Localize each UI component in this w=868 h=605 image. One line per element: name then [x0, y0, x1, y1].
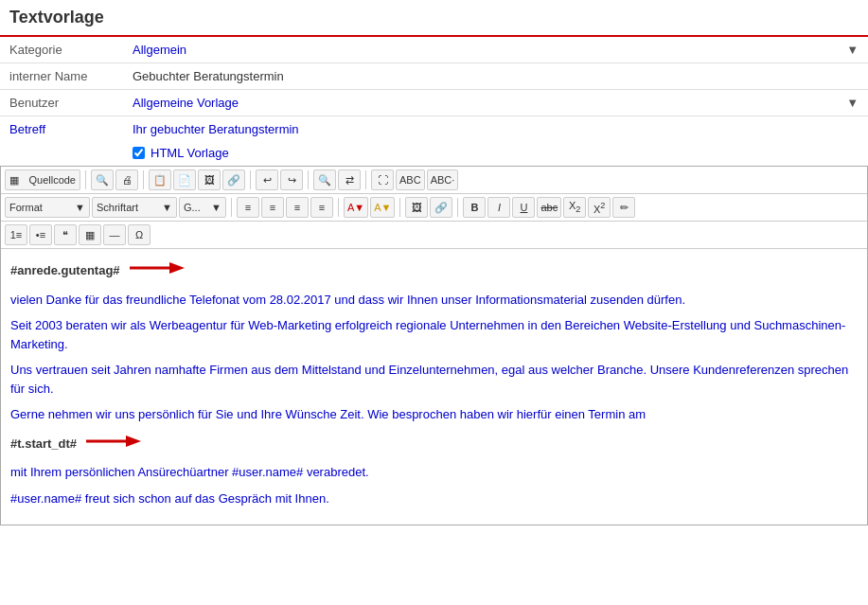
kategorie-value[interactable]: Allgemein ▼ — [123, 37, 868, 63]
html-vorlage-label: HTML Vorlage — [151, 146, 229, 160]
editor-wrapper: #anrede.gutentag# vielen Danke für das f… — [1, 249, 867, 525]
underline-label: U — [520, 202, 527, 213]
svg-marker-1 — [169, 262, 185, 274]
sep9 — [457, 198, 458, 217]
align-left-button[interactable]: ≡ — [237, 197, 259, 218]
replace-button[interactable]: ⇄ — [338, 169, 361, 190]
find-icon: 🔍 — [318, 174, 331, 187]
format-dropdown[interactable]: Format ▼ — [5, 197, 90, 218]
align-center-button[interactable]: ≡ — [261, 197, 284, 218]
table-button[interactable]: ▦ — [79, 224, 101, 245]
start-dt-tag: #t.start_dt# — [10, 435, 77, 454]
insert-link-icon: 🔗 — [434, 202, 448, 214]
paragraph-1: vielen Danke für das freundliche Telefon… — [10, 291, 858, 310]
find-button[interactable]: 🔍 — [313, 169, 336, 190]
hr-button[interactable]: — — [103, 224, 126, 245]
ol-button[interactable]: 1≡ — [5, 224, 27, 245]
copy-button[interactable]: 📋 — [149, 169, 171, 190]
size-dropdown[interactable]: G... ▼ — [179, 197, 226, 218]
size-arrow-icon: ▼ — [211, 202, 221, 213]
align-center-icon: ≡ — [270, 202, 275, 213]
bold-label: B — [470, 202, 478, 213]
align-justify-icon: ≡ — [319, 202, 325, 213]
align-right-button[interactable]: ≡ — [286, 197, 309, 218]
html-vorlage-row: HTML Vorlage — [0, 142, 868, 166]
copy-icon: 📋 — [153, 174, 167, 187]
svg-marker-3 — [126, 436, 141, 447]
align-left-icon: ≡ — [245, 202, 251, 213]
anrede-tag: #anrede.gutentag# — [10, 261, 120, 280]
fullscreen-button[interactable]: ⛶ — [371, 169, 394, 190]
betreff-value: Ihr gebuchter Beratungstermin — [123, 116, 868, 143]
italic-label: I — [498, 202, 501, 213]
editor-container: ▦ Quellcode 🔍 🖨 📋 📄 🖼 🔗 ↩ ↪ 🔍 ⇄ ⛶ ABC AB… — [0, 166, 868, 525]
subscript-button[interactable]: X2 — [563, 197, 586, 218]
sep4 — [308, 170, 309, 189]
interner-name-label: interner Name — [0, 63, 123, 90]
print-button[interactable]: 🖨 — [115, 169, 138, 190]
undo-button[interactable]: ↩ — [256, 169, 278, 190]
strikethrough-button[interactable]: abc — [537, 197, 561, 218]
paste-button[interactable]: 📄 — [173, 169, 196, 190]
fullscreen-icon: ⛶ — [378, 174, 388, 186]
img-button[interactable]: 🖼 — [198, 169, 221, 190]
print-icon: 🖨 — [122, 174, 133, 186]
eraser-button[interactable]: ✏ — [612, 197, 635, 218]
subscript-label: X2 — [569, 200, 580, 214]
strikethrough-label: abc — [540, 202, 558, 213]
bg-color-button[interactable]: A▼ — [370, 197, 395, 218]
align-right-icon: ≡ — [294, 202, 300, 213]
link-button[interactable]: 🔗 — [222, 169, 245, 190]
redo-button[interactable]: ↪ — [280, 169, 303, 190]
blockquote-icon: ❝ — [62, 229, 68, 241]
kategorie-select[interactable]: Allgemein — [133, 43, 842, 57]
html-vorlage-checkbox[interactable] — [133, 147, 145, 159]
insert-link-button[interactable]: 🔗 — [430, 197, 452, 218]
interner-name-value: Gebuchter Beratungstermin — [123, 63, 868, 90]
arrow1 — [130, 258, 186, 283]
font-dropdown[interactable]: Schriftart ▼ — [92, 197, 177, 218]
toolbar-row1: ▦ Quellcode 🔍 🖨 📋 📄 🖼 🔗 ↩ ↪ 🔍 ⇄ ⛶ ABC AB… — [1, 167, 867, 194]
align-justify-button[interactable]: ≡ — [310, 197, 333, 218]
special-char-button[interactable]: Ω — [128, 224, 151, 245]
spell1-button[interactable]: ABC — [396, 169, 425, 190]
font-arrow-icon: ▼ — [162, 202, 172, 213]
quellcode-label: Quellcode — [28, 174, 76, 186]
benutzer-value[interactable]: Allgemeine Vorlage ▼ — [123, 90, 868, 116]
quellcode-button[interactable]: ▦ Quellcode — [5, 169, 80, 190]
preview-button[interactable]: 🔍 — [91, 169, 114, 190]
ul-icon: •≡ — [36, 229, 45, 240]
italic-button[interactable]: I — [487, 197, 510, 218]
sep7 — [338, 198, 339, 217]
size-label: G... — [184, 202, 201, 213]
redo-icon: ↪ — [288, 174, 296, 187]
superscript-button[interactable]: X2 — [588, 197, 611, 218]
editor-content[interactable]: #anrede.gutentag# vielen Danke für das f… — [1, 249, 867, 525]
anrede-line: #anrede.gutentag# — [10, 258, 858, 283]
underline-button[interactable]: U — [512, 197, 535, 218]
paragraph-6: #user.name# freut sich schon auf das Ges… — [10, 489, 858, 508]
kategorie-label: Kategorie — [0, 37, 123, 63]
special-char-icon: Ω — [135, 229, 143, 240]
font-color-button[interactable]: A▼ — [344, 197, 368, 218]
sep2 — [143, 170, 144, 189]
format-arrow-icon: ▼ — [75, 202, 85, 213]
interner-name-row: interner Name Gebuchter Beratungstermin — [0, 63, 868, 90]
ul-button[interactable]: •≡ — [29, 224, 52, 245]
benutzer-select[interactable]: Allgemeine Vorlage — [133, 96, 842, 110]
sep1 — [85, 170, 86, 189]
insert-img-button[interactable]: 🖼 — [405, 197, 428, 218]
blockquote-button[interactable]: ❝ — [54, 224, 77, 245]
preview-icon: 🔍 — [96, 174, 109, 187]
spell2-button[interactable]: ABC· — [427, 169, 459, 190]
eraser-icon: ✏ — [620, 202, 629, 214]
sep6 — [231, 198, 232, 217]
ol-icon: 1≡ — [10, 229, 23, 240]
red-arrow-1-icon — [130, 258, 186, 277]
hr-icon: — — [110, 229, 120, 240]
font-label: Schriftart — [97, 202, 138, 213]
kategorie-arrow-icon: ▼ — [846, 43, 859, 57]
bold-button[interactable]: B — [463, 197, 486, 218]
paragraph-2: Seit 2003 beraten wir als Werbeagentur f… — [10, 316, 858, 353]
superscript-label: X2 — [593, 201, 605, 215]
